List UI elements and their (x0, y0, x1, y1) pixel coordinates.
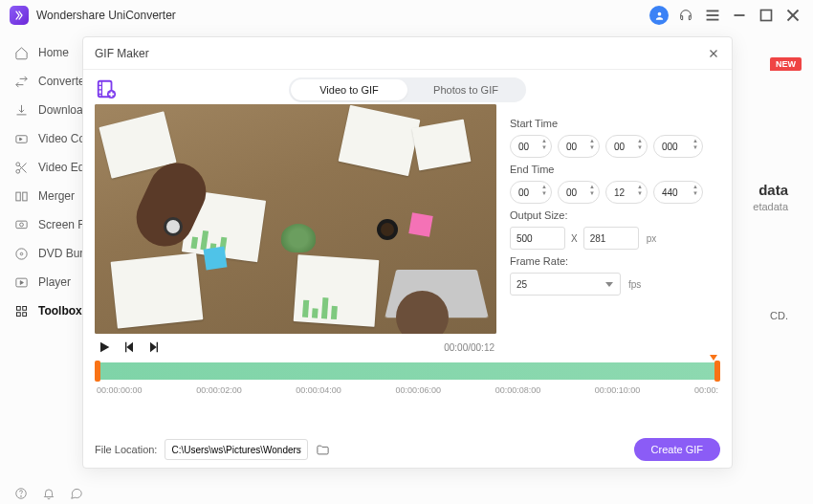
merge-icon (13, 189, 29, 204)
dialog-close-button[interactable] (707, 47, 720, 60)
svg-rect-21 (22, 312, 26, 316)
svg-point-15 (15, 248, 26, 258)
tick-label: 00:00:08:00 (495, 385, 541, 395)
start-sec-input[interactable]: 00▲▼ (605, 135, 648, 158)
svg-rect-11 (15, 192, 19, 201)
converter-icon (13, 75, 29, 89)
start-ms-input[interactable]: 000▲▼ (653, 135, 703, 158)
end-sec-input[interactable]: 12▲▼ (605, 181, 648, 204)
scissors-icon (13, 161, 29, 175)
sidebar-item-label: Merger (38, 189, 75, 203)
timeline-ticks: 00:00:00:00 00:00:02:00 00:00:04:00 00:0… (95, 385, 720, 395)
svg-rect-18 (16, 306, 20, 310)
trim-end-handle[interactable] (714, 361, 720, 382)
end-min-input[interactable]: 00▲▼ (558, 181, 600, 204)
maximize-button[interactable] (756, 5, 777, 26)
end-hour-input[interactable]: 00▲▼ (510, 181, 552, 204)
output-height-input[interactable] (583, 227, 639, 250)
file-location-select[interactable]: C:\Users\ws\Pictures\Wonders (165, 439, 308, 460)
tick-label: 00:00:06:00 (395, 385, 441, 395)
record-icon (13, 218, 29, 232)
sidebar-item-label: Toolbox (38, 304, 82, 318)
help-button[interactable] (13, 487, 28, 501)
add-media-button[interactable] (95, 77, 118, 100)
end-time-label: End Time (510, 164, 720, 175)
svg-point-9 (15, 162, 19, 165)
mode-tabs: Video to GIF Photos to GIF (289, 77, 526, 102)
create-gif-button[interactable]: Create GIF (634, 438, 720, 461)
timeline-track[interactable] (95, 362, 720, 380)
gif-maker-dialog: GIF Maker Video to GIF Photos to GIF (82, 36, 733, 469)
sidebar-item-label: Converter (38, 75, 89, 88)
prev-frame-button[interactable] (121, 340, 137, 355)
svg-rect-5 (761, 11, 772, 21)
sidebar-item-label: Player (38, 275, 71, 289)
size-unit: px (647, 233, 657, 244)
start-hour-input[interactable]: 00▲▼ (510, 135, 552, 158)
start-time-label: Start Time (510, 118, 720, 129)
new-badge: NEW (770, 57, 802, 71)
player-controls: 00:00/00:12 (95, 334, 496, 361)
end-ms-input[interactable]: 440▲▼ (653, 181, 703, 204)
size-separator: X (571, 233, 578, 244)
minimize-button[interactable] (729, 5, 750, 26)
sidebar-item-label: Home (38, 46, 69, 59)
compress-icon (13, 132, 29, 146)
play-icon (13, 275, 29, 290)
player-time: 00:00/00:12 (444, 342, 494, 353)
tick-label: 00:00:10:00 (595, 385, 641, 395)
svg-rect-13 (15, 221, 26, 229)
svg-point-16 (20, 252, 23, 255)
tab-video-to-gif[interactable]: Video to GIF (291, 79, 407, 100)
svg-rect-20 (16, 312, 20, 316)
output-width-input[interactable] (510, 227, 565, 250)
frame-rate-select[interactable]: 25 (510, 273, 621, 296)
app-logo-icon (10, 6, 29, 25)
tick-label: 00:00:00:00 (97, 385, 143, 395)
statusbar (0, 483, 813, 504)
svg-point-23 (20, 496, 21, 497)
trim-start-handle[interactable] (95, 361, 100, 382)
feedback-button[interactable] (69, 487, 83, 501)
toolbox-icon (13, 304, 29, 318)
download-icon (13, 103, 29, 118)
svg-rect-12 (22, 192, 26, 201)
file-location-label: File Location: (95, 444, 157, 455)
video-preview[interactable] (95, 104, 496, 334)
next-frame-button[interactable] (146, 340, 162, 355)
tick-label: 00:00:04:00 (296, 385, 341, 395)
titlebar: Wondershare UniConverter (0, 0, 813, 31)
tick-label: 00:00: (694, 385, 718, 395)
app-title: Wondershare UniConverter (36, 9, 176, 22)
notifications-button[interactable] (41, 487, 55, 501)
menu-button[interactable] (702, 5, 723, 26)
play-button[interactable] (97, 340, 112, 355)
disc-icon (13, 247, 29, 261)
bg-text: CD. (770, 310, 788, 321)
frame-rate-label: Frame Rate: (510, 255, 720, 267)
tick-label: 00:00:02:00 (196, 385, 242, 395)
tab-photos-to-gif[interactable]: Photos to GIF (407, 79, 524, 100)
dialog-title: GIF Maker (95, 47, 149, 60)
start-min-input[interactable]: 00▲▼ (558, 135, 600, 158)
bg-text: data (758, 182, 788, 198)
home-icon (13, 46, 29, 60)
svg-rect-19 (22, 306, 26, 310)
svg-point-14 (19, 223, 23, 227)
fps-unit: fps (628, 279, 641, 290)
output-size-label: Output Size: (510, 209, 720, 221)
user-account-button[interactable] (648, 5, 670, 26)
open-folder-button[interactable] (316, 443, 330, 457)
bg-text: etadata (753, 201, 788, 212)
support-button[interactable] (675, 5, 696, 26)
close-button[interactable] (782, 5, 803, 26)
svg-point-0 (657, 11, 661, 15)
gif-parameters: Start Time 00▲▼ 00▲▼ 00▲▼ 000▲▼ End Time… (510, 77, 720, 361)
svg-point-10 (15, 169, 19, 173)
